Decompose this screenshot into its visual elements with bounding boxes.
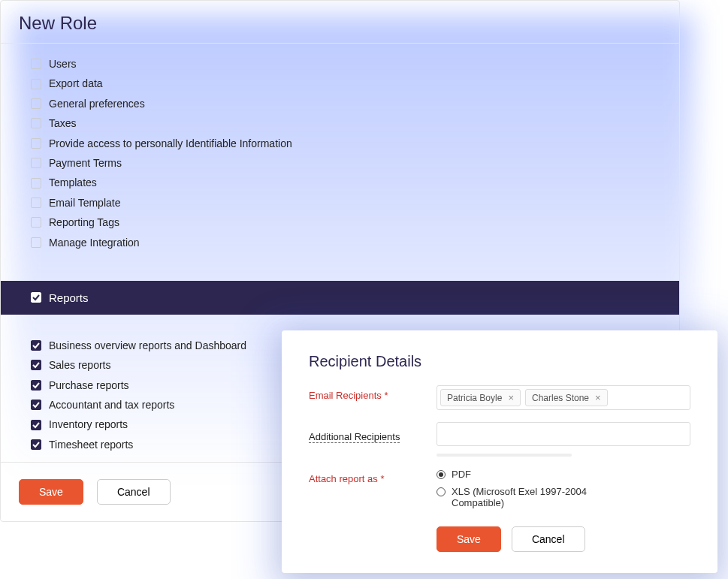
recipient-tag: Charles Stone×: [525, 389, 608, 406]
recipient-tag: Patricia Boyle×: [440, 389, 521, 406]
modal-save-button[interactable]: Save: [436, 526, 501, 552]
recipient-name: Patricia Boyle: [447, 393, 502, 403]
cancel-button[interactable]: Cancel: [97, 479, 171, 505]
permission-row: Manage Integration: [31, 233, 663, 252]
permission-checkbox[interactable]: [31, 198, 41, 208]
recipient-name: Charles Stone: [532, 393, 589, 403]
permission-checkbox[interactable]: [31, 59, 41, 69]
permission-label: Provide access to personally Identifiabl…: [49, 135, 292, 152]
permission-checkbox[interactable]: [31, 237, 41, 248]
permission-row: Reporting Tags: [31, 213, 663, 232]
report-checkbox[interactable]: [31, 360, 41, 370]
permission-label: Payment Terms: [49, 155, 122, 171]
reports-section-checkbox[interactable]: [31, 292, 41, 303]
permission-row: Export data: [31, 74, 663, 93]
additional-recipients-input[interactable]: [436, 422, 690, 446]
format-option[interactable]: XLS (Microsoft Exel 1997-2004 Compatible…: [436, 486, 690, 508]
permission-label: Reporting Tags: [49, 214, 119, 231]
remove-recipient-icon[interactable]: ×: [595, 392, 601, 403]
permission-checkbox[interactable]: [31, 79, 41, 89]
permission-row: Templates: [31, 173, 663, 192]
permission-row: General preferences: [31, 94, 663, 113]
permission-label: Taxes: [49, 115, 77, 131]
report-label: Business overview reports and Dashboard: [49, 337, 246, 354]
permission-checkbox[interactable]: [31, 138, 41, 149]
permission-checkbox[interactable]: [31, 178, 41, 188]
permission-row: Users: [31, 54, 663, 74]
format-radio[interactable]: [436, 470, 446, 479]
remove-recipient-icon[interactable]: ×: [508, 392, 514, 403]
report-checkbox[interactable]: [31, 380, 41, 391]
permission-checkbox[interactable]: [31, 98, 41, 109]
scroll-indicator: [436, 454, 572, 457]
permission-checkbox[interactable]: [31, 158, 41, 168]
permission-row: Email Template: [31, 193, 663, 213]
format-option[interactable]: PDF: [436, 469, 690, 480]
attach-report-label: Attach report as *: [309, 469, 436, 484]
permission-label: Manage Integration: [49, 234, 140, 251]
permission-checkbox[interactable]: [31, 217, 41, 228]
recipient-details-modal: Recipient Details Email Recipients * Pat…: [282, 330, 717, 573]
permission-label: Export data: [49, 75, 103, 92]
save-button[interactable]: Save: [19, 479, 83, 505]
permission-label: Users: [49, 56, 77, 72]
report-label: Purchase reports: [49, 377, 129, 394]
reports-section-label: Reports: [49, 291, 89, 304]
report-checkbox[interactable]: [31, 400, 41, 410]
report-checkbox[interactable]: [31, 420, 41, 430]
format-label: PDF: [452, 469, 471, 480]
additional-recipients-label: Additional Recipients: [309, 427, 400, 443]
page-title: New Role: [1, 1, 679, 44]
report-label: Accountant and tax reports: [49, 397, 174, 413]
modal-cancel-button[interactable]: Cancel: [512, 526, 585, 552]
permission-row: Taxes: [31, 113, 663, 133]
report-checkbox[interactable]: [31, 439, 41, 450]
permissions-list: UsersExport dataGeneral preferencesTaxes…: [1, 44, 679, 260]
reports-section-header[interactable]: Reports: [1, 281, 679, 315]
permission-label: Templates: [49, 174, 97, 191]
email-recipients-input[interactable]: Patricia Boyle×Charles Stone×: [436, 385, 690, 410]
permission-label: General preferences: [49, 95, 145, 112]
permission-label: Email Template: [49, 195, 120, 211]
format-label: XLS (Microsoft Exel 1997-2004 Compatible…: [452, 486, 617, 508]
permission-row: Payment Terms: [31, 153, 663, 173]
modal-title: Recipient Details: [309, 353, 690, 370]
report-label: Inventory reports: [49, 416, 128, 433]
format-radio[interactable]: [436, 487, 446, 496]
report-label: Sales reports: [49, 357, 110, 373]
report-label: Timesheet reports: [49, 436, 133, 453]
permission-checkbox[interactable]: [31, 118, 41, 128]
report-checkbox[interactable]: [31, 340, 41, 351]
email-recipients-label: Email Recipients *: [309, 385, 436, 401]
permission-row: Provide access to personally Identifiabl…: [31, 134, 663, 153]
